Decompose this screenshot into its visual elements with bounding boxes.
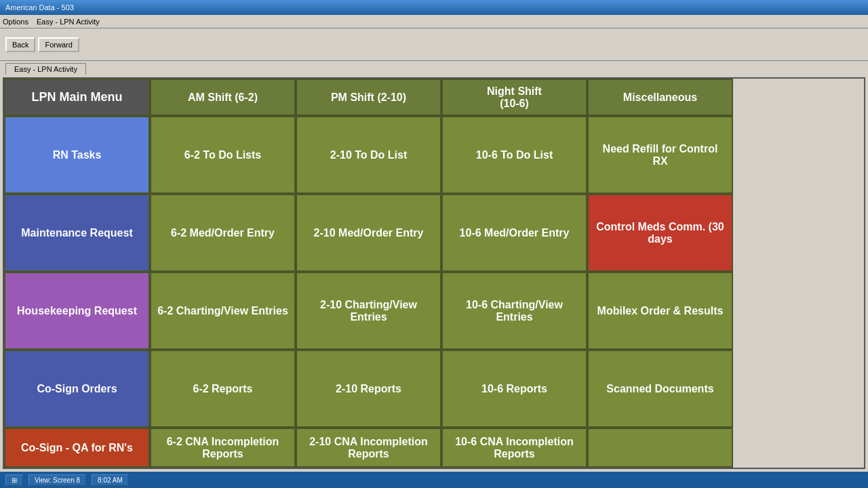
cell-62-med-order[interactable]: 6-2 Med/Order Entry — [150, 194, 296, 272]
cell-62-charting[interactable]: 6-2 Charting/View Entries — [150, 272, 296, 350]
cell-empty — [587, 428, 733, 468]
title-text: American Data - 503 — [5, 3, 74, 12]
tab-bar: Easy - LPN Activity — [0, 61, 868, 75]
cell-106-charting[interactable]: 10-6 Charting/View Entries — [441, 272, 587, 350]
cell-106-med-order[interactable]: 10-6 Med/Order Entry — [441, 194, 587, 272]
header-night-shift: Night Shift(10-6) — [441, 79, 587, 116]
cell-need-refill[interactable]: Need Refill for Control RX — [587, 116, 733, 194]
taskbar-time: 8:02 AM — [92, 474, 129, 486]
taskbar-start[interactable]: ⊞ — [5, 474, 23, 486]
cell-cosign-qa[interactable]: Co-Sign - QA for RN's — [4, 428, 150, 468]
taskbar-view[interactable]: View: Screen 8 — [28, 474, 86, 486]
cell-106-reports[interactable]: 10-6 Reports — [441, 350, 587, 428]
cell-scanned-docs[interactable]: Scanned Documents — [587, 350, 733, 428]
cell-62-reports[interactable]: 6-2 Reports — [150, 350, 296, 428]
menu-item-options[interactable]: Options — [3, 18, 28, 26]
cell-rn-tasks[interactable]: RN Tasks — [4, 116, 150, 194]
cell-210-med-order[interactable]: 2-10 Med/Order Entry — [296, 194, 441, 272]
cell-62-cna[interactable]: 6-2 CNA Incompletion Reports — [150, 428, 296, 468]
header-pm-shift: PM Shift (2-10) — [296, 79, 441, 116]
cell-106-todo[interactable]: 10-6 To Do List — [441, 116, 587, 194]
toolbar: Back Forward — [0, 28, 868, 61]
main-grid-area: LPN Main Menu AM Shift (6-2) PM Shift (2… — [0, 75, 868, 472]
menu-bar: Options Easy - LPN Activity — [0, 15, 868, 28]
forward-button[interactable]: Forward — [38, 37, 79, 52]
tab-easy-lpn[interactable]: Easy - LPN Activity — [5, 63, 86, 75]
cell-62-todo[interactable]: 6-2 To Do Lists — [150, 116, 296, 194]
cell-cosign-orders[interactable]: Co-Sign Orders — [4, 350, 150, 428]
header-am-shift: AM Shift (6-2) — [150, 79, 296, 116]
header-lpn-main-menu: LPN Main Menu — [4, 79, 150, 116]
cell-housekeeping-request[interactable]: Housekeeping Request — [4, 272, 150, 350]
cell-210-todo[interactable]: 2-10 To Do List — [296, 116, 441, 194]
back-button[interactable]: Back — [5, 37, 35, 52]
cell-210-cna[interactable]: 2-10 CNA Incompletion Reports — [296, 428, 441, 468]
cell-control-meds[interactable]: Control Meds Comm. (30 days — [587, 194, 733, 272]
cell-106-cna[interactable]: 10-6 CNA Incompletion Reports — [441, 428, 587, 468]
taskbar: ⊞ View: Screen 8 8:02 AM — [0, 472, 868, 488]
cell-210-charting[interactable]: 2-10 Charting/View Entries — [296, 272, 441, 350]
menu-item-easy[interactable]: Easy - LPN Activity — [37, 18, 100, 26]
main-grid: LPN Main Menu AM Shift (6-2) PM Shift (2… — [3, 77, 865, 469]
cell-maintenance-request[interactable]: Maintenance Request — [4, 194, 150, 272]
header-miscellaneous: Miscellaneous — [587, 79, 733, 116]
cell-210-reports[interactable]: 2-10 Reports — [296, 350, 441, 428]
title-bar: American Data - 503 — [0, 0, 868, 15]
cell-mobilex[interactable]: Mobilex Order & Results — [587, 272, 733, 350]
